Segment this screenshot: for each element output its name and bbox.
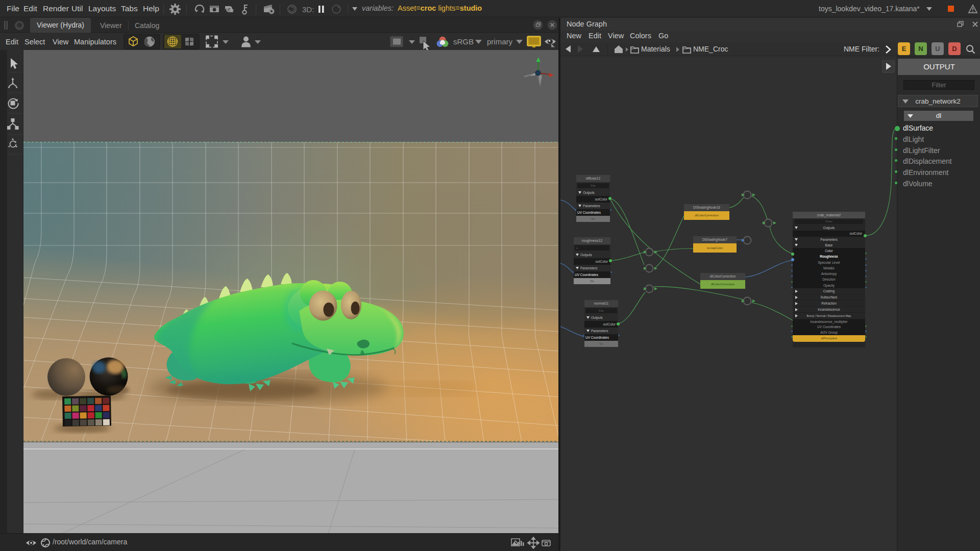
svg-text:sRGB: sRGB — [453, 37, 474, 46]
svg-text:3D:: 3D: — [302, 5, 314, 14]
svg-text:primary: primary — [487, 37, 513, 46]
